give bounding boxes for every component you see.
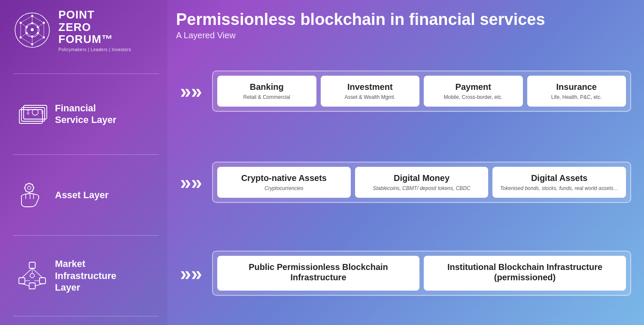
logo-area: POINTZEROFORUM™ Policymakers | Leaders |… [13,9,159,61]
institutional-blockchain-card: Institutional Blockchain Infrastructure … [424,256,626,291]
public-blockchain-card: Public Permissionless Blockchain Infrast… [217,256,419,291]
svg-rect-55 [29,262,35,268]
svg-line-25 [21,23,27,27]
svg-line-60 [32,268,43,278]
chevron-icon-3: »» [180,264,202,283]
main-container: POINTZEROFORUM™ Policymakers | Leaders |… [0,0,644,325]
financial-service-row: »» Banking Retail & Commercial Investmen… [176,48,631,134]
asset-layer-label: Asset Layer [55,189,109,201]
payment-sub: Mobile, Cross-border, etc. [444,94,503,101]
banking-card: Banking Retail & Commercial [217,76,316,107]
market-infrastructure-row: »» Public Permissionless Blockchain Infr… [176,230,631,316]
market-infrastructure-layer-label: MarketInfrastructureLayer [55,258,116,294]
svg-rect-58 [29,283,35,289]
main-title: Permissionless blockchain in financial s… [176,11,631,29]
logo-text: POINTZEROFORUM™ Policymakers | Leaders |… [58,9,131,52]
crypto-native-sub: Cryptocurrencies [264,185,304,192]
content-area: »» Banking Retail & Commercial Investmen… [176,48,631,316]
svg-line-17 [21,37,32,44]
payment-title: Payment [456,82,491,92]
digital-assets-sub: Tokenised bonds, stocks, funds, real wor… [500,185,619,192]
insurance-title: Insurance [556,82,597,92]
logo-title: POINTZEROFORUM™ [58,9,131,46]
svg-point-43 [27,186,31,190]
header: Permissionless blockchain in financial s… [176,11,631,40]
digital-assets-title: Digital Assets [531,173,588,183]
banking-title: Banking [250,82,284,92]
layer-item-financial: FinancialService Layer [13,74,159,154]
svg-line-48 [26,184,27,185]
financial-service-layer-label: FinancialService Layer [55,102,116,126]
chevron-area-2: »» [176,172,206,192]
svg-line-49 [32,191,33,192]
insurance-card: Insurance Life, Health, P&C, etc. [527,76,626,107]
sub-title: A Layered View [176,31,631,40]
market-infrastructure-cards: Public Permissionless Blockchain Infrast… [212,251,631,296]
svg-line-16 [32,37,44,44]
payment-card: Payment Mobile, Cross-border, etc. [424,76,523,107]
svg-line-50 [32,184,33,185]
layer-item-asset: Asset Layer [13,154,159,235]
logo-subtitle: Policymakers | Leaders | Investors [58,47,131,52]
svg-line-24 [21,33,27,37]
svg-line-51 [26,191,27,192]
investment-card: Investment Asset & Wealth Mgmt. [321,76,420,107]
svg-rect-57 [39,278,46,284]
chevron-icon-2: »» [180,172,202,192]
public-blockchain-title: Public Permissionless Blockchain Infrast… [222,262,415,282]
svg-rect-56 [19,278,25,284]
asset-layer-row: »» Crypto-native Assets Cryptocurrencies… [176,139,631,225]
institutional-blockchain-title: Institutional Blockchain Infrastructure … [428,262,622,282]
hand-coin-icon [17,182,47,208]
layers-nav: FinancialService Layer [13,74,159,316]
banking-sub: Retail & Commercial [243,94,290,101]
chevron-area-3: »» [176,264,206,283]
asset-layer-cards: Crypto-native Assets Cryptocurrencies Di… [212,162,631,203]
svg-line-62 [35,284,43,286]
left-panel: POINTZEROFORUM™ Policymakers | Leaders |… [0,0,167,325]
svg-line-22 [38,33,44,37]
right-panel: Permissionless blockchain in financial s… [167,0,644,325]
investment-sub: Asset & Wealth Mgmt. [345,94,395,101]
chevron-icon-1: »» [180,81,202,101]
insurance-sub: Life, Health, P&C, etc. [551,94,602,101]
digital-assets-card: Digital Assets Tokenised bonds, stocks, … [492,167,626,198]
crypto-native-card: Crypto-native Assets Cryptocurrencies [217,167,351,198]
svg-line-21 [38,23,44,27]
digital-money-title: Digital Money [394,173,450,183]
svg-point-63 [30,273,34,278]
digital-money-sub: Stablecoins, CBMT/ deposit tokens, CBDC [373,185,470,192]
money-icon [17,101,47,127]
crypto-native-title: Crypto-native Assets [241,173,327,183]
financial-service-cards: Banking Retail & Commercial Investment A… [212,71,631,112]
svg-line-59 [22,268,32,278]
logo-icon [13,11,52,49]
chevron-area-1: »» [176,81,206,101]
svg-line-61 [22,284,29,286]
svg-line-14 [32,16,44,23]
investment-title: Investment [347,82,393,92]
svg-point-36 [32,109,38,115]
digital-money-card: Digital Money Stablecoins, CBMT/ deposit… [355,167,489,198]
network-icon [17,263,47,288]
layer-item-market: MarketInfrastructureLayer [13,235,159,316]
svg-line-19 [21,16,32,23]
svg-point-32 [31,28,34,31]
